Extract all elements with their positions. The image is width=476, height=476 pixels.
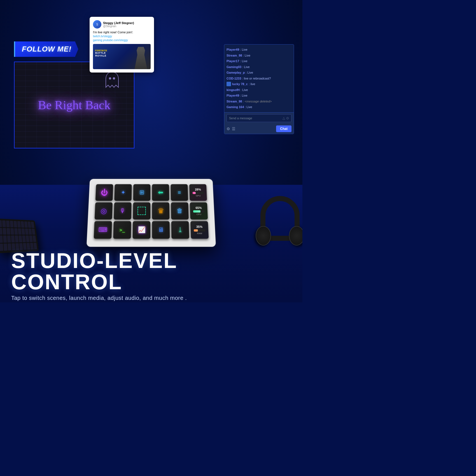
key-keyboard[interactable]: ⌨ xyxy=(94,221,112,239)
gpu-stat-display: 28% GPU xyxy=(192,188,204,197)
svg-point-0 xyxy=(109,77,111,80)
chart-icon: 📈 xyxy=(138,226,146,234)
chat-options-icon[interactable]: ⊙ xyxy=(286,116,289,120)
key-download[interactable]: ⤓ xyxy=(171,221,189,239)
chat-message-5: Gameplay_p : Live xyxy=(227,70,291,76)
follow-banner: FOLLOW ME! xyxy=(14,41,78,57)
kb-key xyxy=(25,228,29,235)
chat-message-10: Stream_98 : <message deleted> xyxy=(227,99,291,104)
svg-point-1 xyxy=(113,77,115,80)
sub-headline: Tap to switch scenes, launch media, adju… xyxy=(11,295,291,301)
brb-screen: Be Right Back xyxy=(14,62,134,148)
download-icon: ⤓ xyxy=(177,226,183,234)
keyboard-element xyxy=(0,218,39,252)
cpu-stat-display: 65% CPU xyxy=(193,206,204,216)
chat-message-8: kingsofH : Live xyxy=(227,87,291,93)
key-terminal[interactable]: >_ xyxy=(113,221,131,239)
key-crown[interactable]: ♛ xyxy=(152,202,169,220)
chat-message-11: Gaming 164 : Live xyxy=(227,104,291,110)
display-icon: 🖥 xyxy=(158,226,164,234)
chat-message-4: Gaming03 : Live xyxy=(227,64,291,70)
cpu-bar-fill xyxy=(193,210,200,213)
chat-settings-icons: ⚙ ☰ xyxy=(227,127,235,131)
chat-input-icons: △ ⊙ xyxy=(283,116,289,120)
key-cpu-stat[interactable]: 65% CPU xyxy=(190,202,208,220)
chat-send-button[interactable]: Chat xyxy=(276,125,291,132)
kb-key xyxy=(28,228,32,235)
key-display[interactable]: 🖥 xyxy=(152,221,170,239)
chat-message-7: lucky 78_c : live xyxy=(227,81,291,87)
chat-message-2: Stream_98 : Live xyxy=(227,53,291,59)
key-sparkle[interactable]: ✦ xyxy=(114,184,132,201)
tweet-username: Steggy (Jeff Stegner) xyxy=(103,21,134,25)
chat-panel: Player49 : Live Stream_98 : Live Player1… xyxy=(224,44,294,134)
kb-key xyxy=(3,228,6,235)
key-chart[interactable]: 📈 xyxy=(133,221,150,239)
tweet-card: S Steggy (Jeff Stegner) @Stegnan I'm liv… xyxy=(90,17,154,73)
crop-icon xyxy=(137,207,146,215)
follow-banner-text: FOLLOW ME! xyxy=(22,45,72,53)
kb-key xyxy=(15,235,19,242)
pad-body: ⏻ ✦ ⊞ ⬅ ≡ 28% GPU xyxy=(87,179,216,247)
chat-message-3: Player17 : Live xyxy=(227,58,291,64)
kb-key xyxy=(18,235,22,242)
main-headline: STUDIO-LEVEL CONTROL xyxy=(11,250,291,293)
gpu-bar xyxy=(193,192,204,194)
kb-key xyxy=(10,228,14,235)
chat-input-area: Send a message △ ⊙ xyxy=(224,112,294,124)
chat-message-1: Player49 : Live xyxy=(227,47,291,53)
chat-avatar xyxy=(227,82,231,86)
key-ram-stat[interactable]: 35% RAM xyxy=(190,221,209,239)
pad-key-grid: ⏻ ✦ ⊞ ⬅ ≡ 28% GPU xyxy=(94,184,209,239)
brb-neon-text: Be Right Back xyxy=(38,98,110,112)
key-menu[interactable]: ≡ xyxy=(171,184,188,201)
kb-key xyxy=(6,221,10,228)
mic-icon: 🎙 xyxy=(120,207,126,214)
terminal-icon: >_ xyxy=(120,227,125,232)
delete-icon: 🗑 xyxy=(177,207,183,214)
kb-key xyxy=(11,235,15,243)
dial-icon: ◎ xyxy=(100,207,107,215)
kb-key xyxy=(6,228,10,235)
chat-input-box[interactable]: Send a message △ ⊙ xyxy=(227,114,291,122)
person-silhouette xyxy=(134,47,148,69)
kb-key xyxy=(32,228,35,235)
tweet-link2[interactable]: gaming.youtube.com/steggy xyxy=(93,38,151,42)
menu-icon: ≡ xyxy=(178,189,181,195)
settings-list-icon[interactable]: ☰ xyxy=(232,127,235,131)
chat-bottom-bar: ⚙ ☰ Chat xyxy=(224,124,294,134)
key-crop[interactable] xyxy=(133,202,150,220)
tweet-avatar: S xyxy=(93,20,101,29)
key-dial[interactable]: ◎ xyxy=(95,202,113,220)
headphone-left-cup xyxy=(256,226,271,246)
settings-gear-icon[interactable]: ⚙ xyxy=(227,127,230,131)
key-back[interactable]: ⬅ xyxy=(152,184,169,201)
tweet-game-image: FORTNITE BATTLEROYALE xyxy=(93,44,151,69)
tweet-body: I'm live right now! Come join!: twitch.t… xyxy=(93,30,151,42)
headphones-arc xyxy=(260,196,300,241)
key-gpu-stat[interactable]: 28% GPU xyxy=(189,184,207,201)
chat-messages-container: Player49 : Live Stream_98 : Live Player1… xyxy=(224,45,294,112)
kb-key xyxy=(0,220,2,227)
kb-key xyxy=(26,235,29,242)
ram-stat-display: 35% RAM xyxy=(194,225,206,235)
kb-key xyxy=(18,228,22,235)
key-delete[interactable]: 🗑 xyxy=(171,202,188,220)
kb-key xyxy=(7,235,11,243)
kb-key xyxy=(21,228,25,235)
kb-key xyxy=(3,235,7,243)
tweet-link1[interactable]: twitch.tv/steggy xyxy=(93,34,151,38)
key-apps[interactable]: ⊞ xyxy=(133,184,150,201)
crown-icon: ♛ xyxy=(157,207,164,215)
emoji-icon[interactable]: △ xyxy=(283,116,285,120)
power-icon: ⏻ xyxy=(101,188,108,197)
game-title-text: FORTNITE BATTLEROYALE xyxy=(95,50,107,57)
kb-key xyxy=(32,235,36,242)
key-mic[interactable]: 🎙 xyxy=(114,202,131,220)
kb-key xyxy=(24,221,28,228)
ram-bar-fill xyxy=(194,229,198,232)
kb-key xyxy=(27,221,31,228)
key-power[interactable]: ⏻ xyxy=(95,184,113,201)
kb-key xyxy=(10,221,13,227)
keyboard-icon: ⌨ xyxy=(98,226,108,234)
